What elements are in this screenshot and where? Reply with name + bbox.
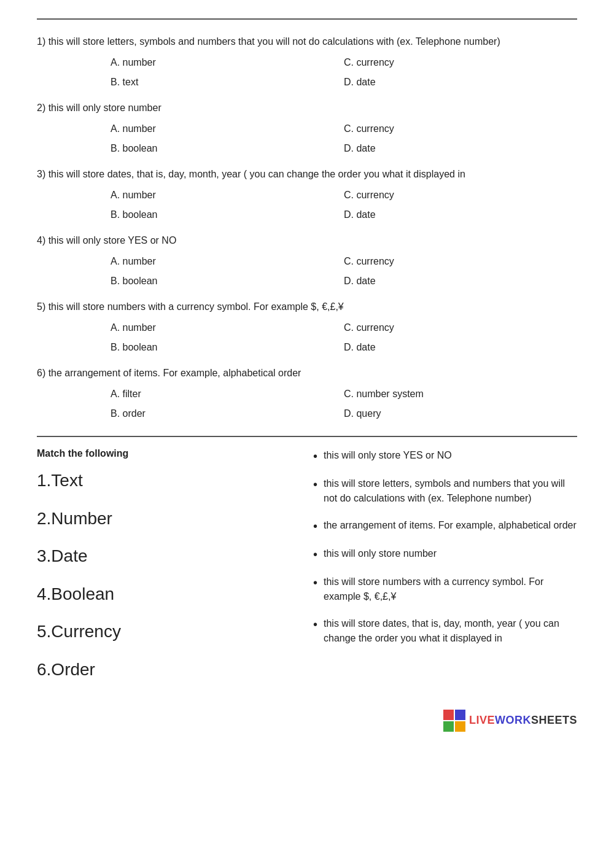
logo-text: LIVEWORKSHEETS (469, 714, 577, 727)
questions-container: 1) this will store letters, symbols and … (37, 34, 577, 421)
question-block-3: 3) this will store dates, that is, day, … (37, 167, 577, 222)
logo-icon (443, 710, 465, 732)
question-text-3: 3) this will store dates, that is, day, … (37, 167, 577, 182)
bullet-dot-2: • (313, 476, 317, 492)
option-5-1: C. currency (344, 320, 577, 335)
match-section: Match the following 1.Text2.Number3.Date… (37, 448, 577, 697)
liveworksheets-logo: LIVEWORKSHEETS (37, 710, 577, 732)
question-block-2: 2) this will only store numberA. numberC… (37, 101, 577, 156)
option-4-0: A. number (111, 254, 344, 269)
match-right: •this will only store YES or NO•this wil… (307, 448, 577, 697)
question-block-5: 5) this will store numbers with a curren… (37, 300, 577, 355)
option-1-1: C. currency (344, 55, 577, 70)
match-left-item-6: 6.Order (37, 659, 295, 680)
option-4-1: C. currency (344, 254, 577, 269)
option-6-0: A. filter (111, 387, 344, 401)
bullet-text-4: this will only store number (324, 546, 437, 561)
svg-rect-3 (455, 721, 465, 732)
match-right-item-3: •the arrangement of items. For example, … (313, 518, 577, 534)
bullet-text-5: this will store numbers with a currency … (324, 575, 577, 604)
option-3-0: A. number (111, 188, 344, 203)
match-right-item-2: •this will store letters, symbols and nu… (313, 476, 577, 506)
svg-rect-0 (443, 710, 454, 720)
bullet-dot-4: • (313, 546, 317, 562)
bullet-text-6: this will store dates, that is, day, mon… (324, 616, 577, 646)
match-right-item-5: •this will store numbers with a currency… (313, 575, 577, 604)
section-divider (37, 436, 577, 437)
bullet-text-3: the arrangement of items. For example, a… (324, 518, 577, 533)
option-2-0: A. number (111, 122, 344, 136)
option-6-2: B. order (111, 406, 344, 421)
option-3-2: B. boolean (111, 207, 344, 222)
match-left-items: 1.Text2.Number3.Date4.Boolean5.Currency6… (37, 470, 295, 680)
option-2-1: C. currency (344, 122, 577, 136)
option-2-2: B. boolean (111, 141, 344, 156)
match-right-item-1: •this will only store YES or NO (313, 448, 577, 464)
option-1-0: A. number (111, 55, 344, 70)
top-divider (37, 18, 577, 20)
option-5-3: D. date (344, 340, 577, 355)
match-right-item-4: •this will only store number (313, 546, 577, 562)
option-3-1: C. currency (344, 188, 577, 203)
options-grid-1: A. numberC. currencyB. textD. date (111, 55, 577, 90)
bullet-dot-1: • (313, 448, 317, 464)
bullet-text-1: this will only store YES or NO (324, 448, 452, 463)
bullet-dot-5: • (313, 575, 317, 591)
match-right-items: •this will only store YES or NO•this wil… (313, 448, 577, 646)
option-5-2: B. boolean (111, 340, 344, 355)
svg-rect-1 (455, 710, 465, 720)
question-block-1: 1) this will store letters, symbols and … (37, 34, 577, 90)
bullet-dot-3: • (313, 518, 317, 534)
match-header: Match the following (37, 448, 295, 459)
options-grid-5: A. numberC. currencyB. booleanD. date (111, 320, 577, 355)
match-left-item-1: 1.Text (37, 470, 295, 491)
option-1-3: D. date (344, 75, 577, 90)
question-block-6: 6) the arrangement of items. For example… (37, 366, 577, 421)
question-text-5: 5) this will store numbers with a curren… (37, 300, 577, 314)
question-block-4: 4) this will only store YES or NOA. numb… (37, 233, 577, 289)
question-text-4: 4) this will only store YES or NO (37, 233, 577, 248)
option-1-2: B. text (111, 75, 344, 90)
option-4-2: B. boolean (111, 274, 344, 289)
question-text-2: 2) this will only store number (37, 101, 577, 115)
options-grid-4: A. numberC. currencyB. booleanD. date (111, 254, 577, 289)
match-left-item-3: 3.Date (37, 546, 295, 567)
option-3-3: D. date (344, 207, 577, 222)
match-left-item-5: 5.Currency (37, 621, 295, 642)
question-text-1: 1) this will store letters, symbols and … (37, 34, 577, 49)
match-left-item-2: 2.Number (37, 508, 295, 529)
svg-rect-2 (443, 721, 454, 732)
options-grid-6: A. filterC. number systemB. orderD. quer… (111, 387, 577, 421)
match-left: Match the following 1.Text2.Number3.Date… (37, 448, 307, 697)
options-grid-2: A. numberC. currencyB. booleanD. date (111, 122, 577, 156)
options-grid-3: A. numberC. currencyB. booleanD. date (111, 188, 577, 222)
option-6-1: C. number system (344, 387, 577, 401)
option-2-3: D. date (344, 141, 577, 156)
question-text-6: 6) the arrangement of items. For example… (37, 366, 577, 381)
option-5-0: A. number (111, 320, 344, 335)
option-6-3: D. query (344, 406, 577, 421)
bullet-text-2: this will store letters, symbols and num… (324, 476, 577, 506)
bullet-dot-6: • (313, 616, 317, 632)
match-right-item-6: •this will store dates, that is, day, mo… (313, 616, 577, 646)
option-4-3: D. date (344, 274, 577, 289)
match-left-item-4: 4.Boolean (37, 584, 295, 605)
